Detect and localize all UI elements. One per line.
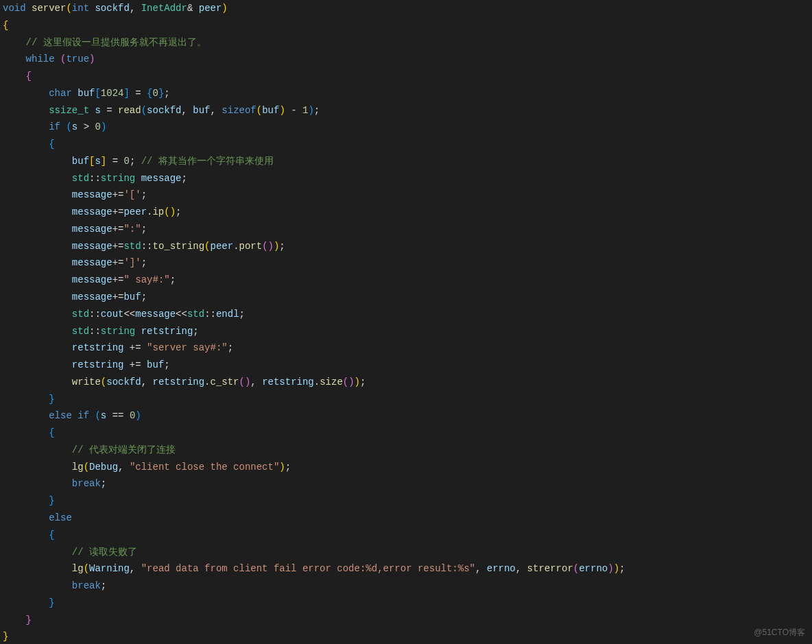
keyword-void: void [3, 3, 26, 14]
param-sockfd: sockfd [95, 3, 129, 14]
watermark: @51CTO博客 [754, 625, 805, 640]
brace-open: { [26, 71, 32, 82]
brace-open: { [3, 20, 8, 31]
type-inetaddr: InetAddr [141, 3, 187, 14]
keyword-while: while [26, 53, 55, 64]
comment: // 这里假设一旦提供服务就不再退出了。 [26, 37, 206, 48]
code-block: void server(int sockfd, InetAddr& peer) … [0, 0, 812, 644]
keyword-int: int [72, 3, 89, 14]
function-name: server [32, 3, 66, 14]
param-peer: peer [199, 3, 222, 14]
